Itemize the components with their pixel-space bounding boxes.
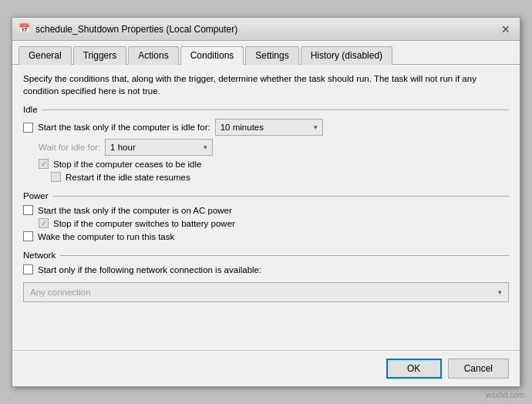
ac-power-checkbox[interactable] bbox=[23, 205, 33, 215]
tab-actions[interactable]: Actions bbox=[128, 46, 178, 65]
network-checkbox[interactable] bbox=[23, 264, 33, 274]
idle-duration-dropdown[interactable]: 10 minutes ▾ bbox=[215, 119, 323, 136]
tab-settings[interactable]: Settings bbox=[245, 46, 298, 65]
footer: OK Cancel bbox=[12, 350, 520, 386]
tab-bar: General Triggers Actions Conditions Sett… bbox=[12, 41, 520, 65]
battery-label: Stop if the computer switches to battery… bbox=[53, 219, 235, 228]
idle-label: Idle bbox=[23, 105, 42, 114]
wake-row: Wake the computer to run this task bbox=[23, 231, 509, 241]
network-section-header: Network bbox=[23, 251, 509, 260]
power-label: Power bbox=[23, 191, 53, 200]
wait-idle-arrow: ▾ bbox=[204, 143, 207, 151]
battery-row: Stop if the computer switches to battery… bbox=[39, 218, 509, 228]
wait-idle-value: 1 hour bbox=[110, 143, 136, 152]
wait-idle-row: Wait for idle for: 1 hour ▾ bbox=[39, 139, 509, 156]
close-button[interactable]: ✕ bbox=[498, 22, 513, 37]
network-label: Network bbox=[23, 251, 60, 260]
restart-idle-checkbox[interactable] bbox=[51, 172, 61, 182]
window-icon: 📅 bbox=[19, 23, 31, 35]
network-row: Start only if the following network conn… bbox=[23, 264, 509, 274]
network-start-label: Start only if the following network conn… bbox=[38, 265, 261, 274]
idle-duration-arrow: ▾ bbox=[314, 123, 318, 131]
title-bar-left: 📅 schedule_Shutdown Properties (Local Co… bbox=[19, 23, 237, 35]
wait-idle-label: Wait for idle for: bbox=[39, 143, 100, 152]
restart-idle-row: Restart if the idle state resumes bbox=[51, 172, 509, 182]
idle-duration-value: 10 minutes bbox=[221, 123, 264, 132]
restart-idle-label: Restart if the idle state resumes bbox=[66, 173, 190, 182]
start-idle-label: Start the task only if the computer is i… bbox=[38, 123, 210, 132]
description-text: Specify the conditions that, along with … bbox=[23, 72, 509, 97]
idle-section-header: Idle bbox=[23, 105, 509, 114]
cancel-button[interactable]: Cancel bbox=[448, 359, 509, 379]
network-connection-dropdown[interactable]: Any connection ▾ bbox=[23, 282, 509, 302]
wake-checkbox[interactable] bbox=[23, 231, 33, 241]
ac-power-label: Start the task only if the computer is o… bbox=[38, 206, 232, 215]
ok-button[interactable]: OK bbox=[386, 359, 442, 379]
title-bar: 📅 schedule_Shutdown Properties (Local Co… bbox=[12, 18, 520, 41]
watermark: wsxhd.com bbox=[486, 391, 524, 399]
stop-idle-row: Stop if the computer ceases to be idle bbox=[39, 159, 509, 169]
stop-idle-checkbox[interactable] bbox=[39, 159, 49, 169]
tab-history[interactable]: History (disabled) bbox=[301, 46, 392, 65]
start-idle-checkbox[interactable] bbox=[23, 123, 33, 133]
battery-checkbox[interactable] bbox=[39, 218, 49, 228]
tab-triggers[interactable]: Triggers bbox=[73, 46, 127, 65]
window-title: schedule_Shutdown Properties (Local Comp… bbox=[35, 24, 237, 35]
network-connection-arrow: ▾ bbox=[498, 288, 502, 296]
stop-idle-label: Stop if the computer ceases to be idle bbox=[53, 160, 201, 169]
ac-power-row: Start the task only if the computer is o… bbox=[23, 205, 509, 215]
tab-general[interactable]: General bbox=[19, 46, 72, 65]
network-connection-value: Any connection bbox=[30, 288, 91, 297]
wake-label: Wake the computer to run this task bbox=[38, 232, 174, 241]
tab-conditions[interactable]: Conditions bbox=[180, 46, 244, 65]
properties-window: 📅 schedule_Shutdown Properties (Local Co… bbox=[12, 17, 520, 387]
start-idle-row: Start the task only if the computer is i… bbox=[23, 119, 509, 136]
content-area: Specify the conditions that, along with … bbox=[12, 65, 520, 350]
power-section-header: Power bbox=[23, 191, 509, 200]
wait-idle-dropdown[interactable]: 1 hour ▾ bbox=[105, 139, 213, 156]
